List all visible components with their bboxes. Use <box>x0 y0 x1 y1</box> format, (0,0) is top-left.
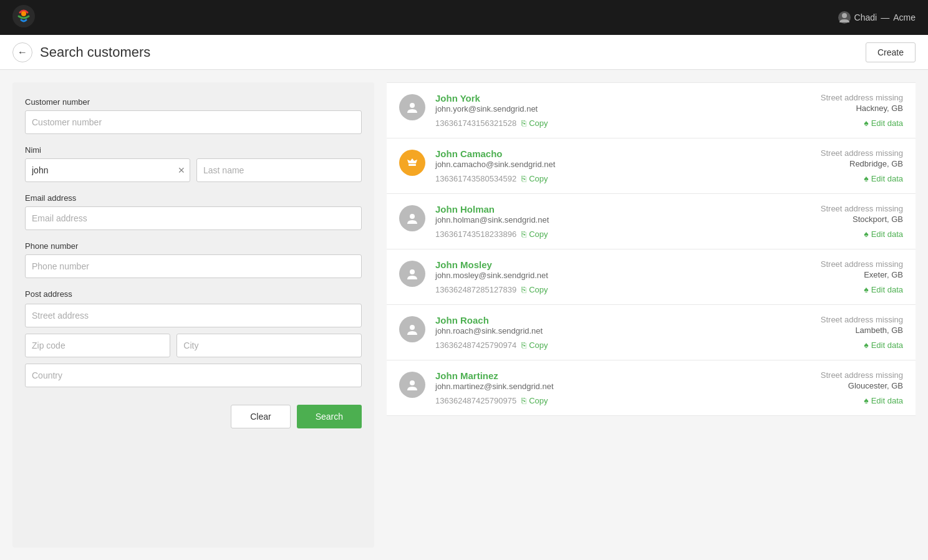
logo[interactable] <box>12 5 35 30</box>
copy-label: Copy <box>529 174 548 183</box>
nav-separator: — <box>881 12 889 22</box>
edit-data-button[interactable]: ♠ Edit data <box>791 340 903 350</box>
result-main: John Roach john.roach@sink.sendgrid.net … <box>435 315 781 350</box>
svg-point-1 <box>21 11 26 16</box>
copy-id-button[interactable]: ⎘ Copy <box>521 229 548 239</box>
phone-input[interactable] <box>25 254 362 278</box>
customer-avatar <box>399 261 425 287</box>
customer-number-label: Customer number <box>25 97 362 107</box>
street-status: Street address missing <box>791 259 903 269</box>
zip-input[interactable] <box>25 334 170 357</box>
edit-data-button[interactable]: ♠ Edit data <box>791 173 903 183</box>
svg-point-6 <box>410 269 415 274</box>
edit-label: Edit data <box>871 396 903 405</box>
copy-label: Copy <box>529 285 548 294</box>
last-name-wrap <box>196 158 362 182</box>
back-button[interactable]: ← <box>12 42 32 62</box>
copy-id-button[interactable]: ⎘ Copy <box>521 285 548 294</box>
customer-email: john.holman@sink.sendgrid.net <box>435 215 781 224</box>
street-status: Street address missing <box>791 315 903 324</box>
edit-icon: ♠ <box>864 229 868 239</box>
customer-avatar <box>399 316 425 342</box>
result-id-row: 136362487425790975 ⎘ Copy <box>435 396 781 405</box>
email-group: Email address <box>25 193 362 230</box>
result-main: John Martinez john.martinez@sink.sendgri… <box>435 370 781 405</box>
edit-label: Edit data <box>871 285 903 294</box>
result-main: John Mosley john.mosley@sink.sendgrid.ne… <box>435 259 781 294</box>
customer-name[interactable]: John Mosley <box>435 259 781 270</box>
clear-button[interactable]: Clear <box>231 405 290 428</box>
name-group: Nimi ✕ <box>25 145 362 182</box>
copy-id-button[interactable]: ⎘ Copy <box>521 396 548 405</box>
last-name-input[interactable] <box>196 158 362 182</box>
city-input[interactable] <box>176 334 362 357</box>
edit-data-button[interactable]: ♠ Edit data <box>791 395 903 405</box>
result-id-row: 136361743580534592 ⎘ Copy <box>435 174 781 183</box>
first-name-input[interactable] <box>25 158 190 182</box>
street-status: Street address missing <box>791 370 903 380</box>
customer-id: 136361743518233896 <box>435 229 516 239</box>
copy-icon: ⎘ <box>521 285 526 294</box>
customer-email: john.york@sink.sendgrid.net <box>435 104 781 113</box>
search-button[interactable]: Search <box>297 405 362 428</box>
copy-id-button[interactable]: ⎘ Copy <box>521 340 548 350</box>
country-input[interactable] <box>25 364 362 387</box>
copy-label: Copy <box>529 340 548 350</box>
result-id-row: 136361743156321528 ⎘ Copy <box>435 118 781 128</box>
svg-point-3 <box>410 103 415 108</box>
svg-point-2 <box>842 13 847 18</box>
name-label: Nimi <box>25 145 362 155</box>
phone-label: Phone number <box>25 241 362 251</box>
customer-location: Lambeth, GB <box>791 326 903 335</box>
result-card: John York john.york@sink.sendgrid.net 13… <box>387 82 916 138</box>
customer-name[interactable]: John Martinez <box>435 370 781 381</box>
edit-data-button[interactable]: ♠ Edit data <box>791 229 903 239</box>
result-main: John Camacho john.camacho@sink.sendgrid.… <box>435 148 781 183</box>
org-name: Acme <box>893 12 916 22</box>
customer-avatar <box>399 94 425 120</box>
copy-icon: ⎘ <box>521 229 526 239</box>
customer-id: 136362487425790974 <box>435 340 516 350</box>
street-status: Street address missing <box>791 204 903 213</box>
copy-id-button[interactable]: ⎘ Copy <box>521 174 548 183</box>
svg-point-7 <box>410 325 415 330</box>
copy-label: Copy <box>529 118 548 128</box>
edit-icon: ♠ <box>864 118 868 128</box>
user-name: Chadi <box>854 12 877 22</box>
email-label: Email address <box>25 193 362 203</box>
customer-name[interactable]: John Roach <box>435 315 781 326</box>
result-address: Street address missing Exeter, GB ♠ Edit… <box>791 259 903 294</box>
svg-rect-4 <box>408 164 416 166</box>
customer-location: Gloucester, GB <box>791 381 903 390</box>
customer-id: 136361743156321528 <box>435 118 516 128</box>
edit-data-button[interactable]: ♠ Edit data <box>791 118 903 128</box>
result-address: Street address missing Hackney, GB ♠ Edi… <box>791 93 903 128</box>
customer-name[interactable]: John York <box>435 93 781 104</box>
customer-email: john.camacho@sink.sendgrid.net <box>435 160 781 169</box>
svg-point-5 <box>410 214 415 219</box>
phone-group: Phone number <box>25 241 362 278</box>
edit-label: Edit data <box>871 118 903 128</box>
customer-email: john.martinez@sink.sendgrid.net <box>435 382 781 391</box>
edit-icon: ♠ <box>864 395 868 405</box>
clear-first-name-button[interactable]: ✕ <box>178 165 185 175</box>
result-id-row: 136362487285127839 ⎘ Copy <box>435 285 781 294</box>
user-info: Chadi — Acme <box>838 11 916 24</box>
copy-id-button[interactable]: ⎘ Copy <box>521 118 548 128</box>
first-name-wrap: ✕ <box>25 158 190 182</box>
customer-number-group: Customer number <box>25 97 362 134</box>
result-address: Street address missing Redbridge, GB ♠ E… <box>791 148 903 183</box>
result-card: John Holman john.holman@sink.sendgrid.ne… <box>387 194 916 249</box>
street-input[interactable] <box>25 304 362 327</box>
customer-id: 136362487285127839 <box>435 285 516 294</box>
create-button[interactable]: Create <box>866 42 916 62</box>
customer-number-input[interactable] <box>25 110 362 134</box>
search-form-panel: Customer number Nimi ✕ Email address P <box>12 82 374 548</box>
edit-data-button[interactable]: ♠ Edit data <box>791 284 903 294</box>
customer-name[interactable]: John Holman <box>435 204 781 215</box>
customer-name[interactable]: John Camacho <box>435 148 781 159</box>
email-input[interactable] <box>25 206 362 230</box>
result-card: John Roach john.roach@sink.sendgrid.net … <box>387 305 916 360</box>
result-id-row: 136362487425790974 ⎘ Copy <box>435 340 781 350</box>
results-panel: John York john.york@sink.sendgrid.net 13… <box>374 82 916 548</box>
